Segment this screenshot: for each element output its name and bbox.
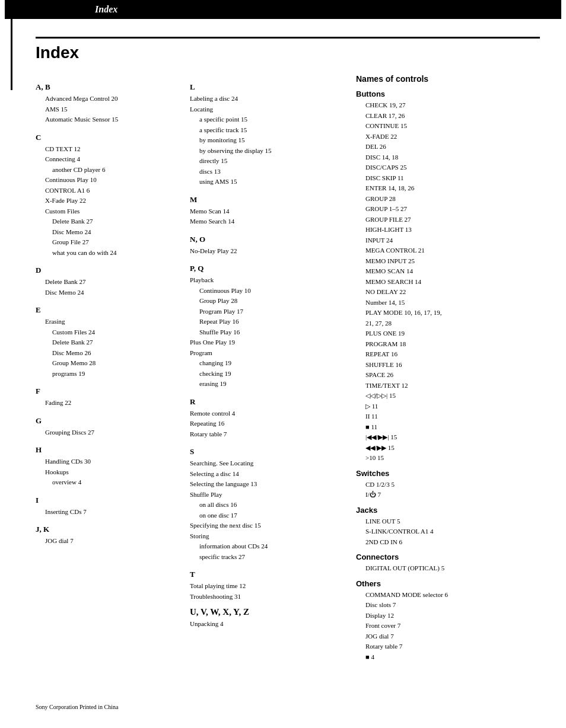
- list-item: |◀◀/▶▶| 15: [356, 432, 531, 442]
- list-item: INPUT 24: [356, 235, 531, 245]
- list-item: AMS 15: [36, 104, 181, 114]
- list-item: Program Play 17: [190, 306, 347, 317]
- list-item: GROUP 28: [356, 194, 531, 204]
- list-item: Erasing: [36, 317, 181, 327]
- list-item: MEMO SCAN 14: [356, 266, 531, 276]
- list-item: CONTINUE 15: [356, 121, 531, 131]
- list-item: 21, 27, 28: [356, 318, 531, 328]
- list-item: Grouping Discs 27: [36, 427, 181, 438]
- list-item: Fading 22: [36, 398, 181, 408]
- section-letter: F: [36, 387, 181, 396]
- list-item: Inserting CDs 7: [36, 507, 181, 517]
- list-item: REPEAT 16: [356, 349, 531, 359]
- list-item: Custom Files: [36, 206, 181, 216]
- list-item: Connecting 4: [36, 154, 181, 164]
- subsection-title: Jacks: [356, 506, 531, 515]
- list-item: what you can do with 24: [36, 248, 181, 258]
- list-item: COMMAND MODE selector 6: [356, 590, 531, 600]
- section-letter: I: [36, 496, 181, 505]
- list-item: Troubleshooting 31: [190, 592, 347, 602]
- subsection-title: Switches: [356, 469, 531, 478]
- list-item: a specific track 15: [190, 125, 347, 135]
- section-letter: R: [190, 397, 347, 407]
- list-item: Disc Memo 24: [36, 227, 181, 237]
- list-item: DISC SKIP 11: [356, 173, 531, 183]
- list-item: discs 13: [190, 167, 347, 177]
- list-item: Plus One Play 19: [190, 337, 347, 347]
- list-item: CHECK 19, 27: [356, 100, 531, 110]
- list-item: a specific point 15: [190, 114, 347, 124]
- list-item: Advanced Mega Control 20: [36, 94, 181, 104]
- list-item: Memo Scan 14: [190, 206, 347, 216]
- list-item: DISC 14, 18: [356, 152, 531, 162]
- section-letter: A, B: [36, 82, 181, 92]
- list-item: PLUS ONE 19: [356, 328, 531, 339]
- list-item: Remote control 4: [190, 408, 347, 419]
- list-item: Rotary table 7: [356, 641, 531, 652]
- list-item: DEL 26: [356, 142, 531, 152]
- list-item: Repeating 16: [190, 419, 347, 429]
- list-item: overview 4: [36, 477, 181, 487]
- top-bar-left-line: [0, 0, 5, 19]
- section-letter: N, O: [190, 235, 347, 244]
- footer-text: Sony Corporation Printed in China: [36, 704, 118, 710]
- list-item: >10 15: [356, 453, 531, 463]
- list-item: MEGA CONTROL 21: [356, 245, 531, 256]
- list-item: Selecting a disc 14: [190, 469, 347, 479]
- list-item: on one disc 17: [190, 510, 347, 521]
- section-letter: M: [190, 195, 347, 205]
- list-item: CONTROL A1 6: [36, 186, 181, 196]
- list-item: I/⏻ 7: [356, 490, 531, 500]
- list-item: by observing the display 15: [190, 146, 347, 156]
- list-item: SHUFFLE 16: [356, 360, 531, 370]
- section-letter: E: [36, 305, 181, 315]
- list-item: Specifying the next disc 15: [190, 521, 347, 531]
- list-item: ■ 4: [356, 652, 531, 662]
- list-item: MEMO INPUT 25: [356, 256, 531, 266]
- section-letter: U, V, W, X, Y, Z: [190, 607, 347, 617]
- column-2: LLabeling a disc 24Locatinga specific po…: [190, 74, 356, 662]
- list-item: Disc Memo 26: [36, 348, 181, 358]
- section-letter: T: [190, 570, 347, 579]
- list-item: Handling CDs 30: [36, 456, 181, 467]
- list-item: checking 19: [190, 369, 347, 379]
- list-item: changing 19: [190, 358, 347, 368]
- footer: Sony Corporation Printed in China: [36, 704, 118, 710]
- list-item: Total playing time 12: [190, 581, 347, 591]
- list-item: ◁◁/▷▷| 15: [356, 391, 531, 401]
- section-letter: P, Q: [190, 264, 347, 273]
- list-item: PROGRAM 18: [356, 339, 531, 349]
- list-item: Front cover 7: [356, 621, 531, 631]
- list-item: CD TEXT 12: [36, 144, 181, 154]
- names-of-controls: Names of controlsButtonsCHECK 19, 27CLEA…: [356, 74, 540, 662]
- list-item: ▷ 11: [356, 401, 531, 411]
- list-item: Selecting the language 13: [190, 479, 347, 489]
- list-item: S-LINK/CONTROL A1 4: [356, 526, 531, 537]
- list-item: Disc slots 7: [356, 600, 531, 610]
- left-accent: [11, 19, 12, 90]
- list-item: ■ 11: [356, 422, 531, 432]
- section-letter: G: [36, 416, 181, 426]
- list-item: TIME/TEXT 12: [356, 381, 531, 391]
- list-item: ◀◀/▶▶ 15: [356, 443, 531, 453]
- list-item: Playback: [190, 275, 347, 285]
- list-item: DIGITAL OUT (OPTICAL) 5: [356, 563, 531, 573]
- list-item: by monitoring 15: [190, 135, 347, 145]
- section-letter: H: [36, 445, 181, 455]
- list-item: ENTER 14, 18, 26: [356, 183, 531, 193]
- names-of-controls-title: Names of controls: [356, 74, 531, 84]
- top-bar-title: Index: [95, 4, 117, 15]
- list-item: Automatic Music Sensor 15: [36, 114, 181, 124]
- list-item: SPACE 26: [356, 370, 531, 380]
- list-item: Group File 27: [36, 237, 181, 247]
- list-item: another CD player 6: [36, 165, 181, 175]
- list-item: Locating: [190, 104, 347, 114]
- index-main-title: Index: [36, 43, 79, 62]
- list-item: specific tracks 27: [190, 552, 347, 562]
- list-item: DISC/CAPS 25: [356, 162, 531, 173]
- list-item: Program: [190, 348, 347, 358]
- list-item: directly 15: [190, 156, 347, 166]
- list-item: X-FADE 22: [356, 132, 531, 142]
- list-item: Rotary table 7: [190, 429, 347, 439]
- list-item: Shuffle Play: [190, 490, 347, 500]
